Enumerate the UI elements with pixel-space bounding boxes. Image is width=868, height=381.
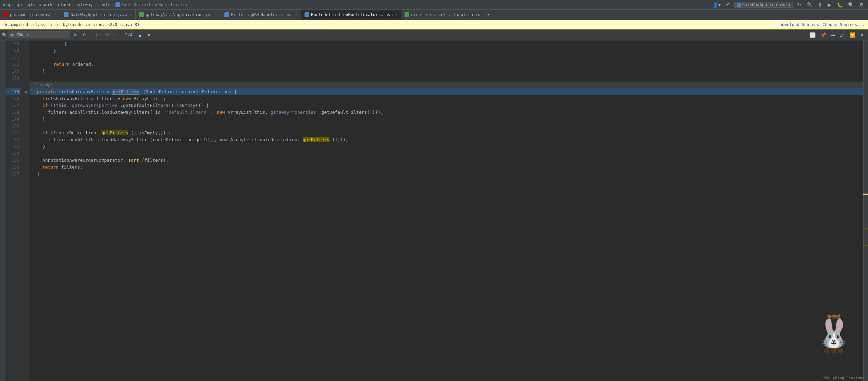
back-btn[interactable]: ↶	[725, 1, 732, 8]
code-line-185: AnnotationAwareOrderComparator. sort (fi…	[29, 157, 863, 164]
line-num-179: 179	[6, 116, 21, 123]
code-lines: } } return ordered; }	[29, 40, 863, 177]
run-config[interactable]: GateWayApplication ▾	[734, 2, 793, 8]
line-num-182: 182	[6, 136, 21, 143]
tab-gateway-app[interactable]: GateWayApplication.java ✕	[60, 10, 136, 20]
code-area: 169 170 171 172 173 174 175 176 177 178 …	[0, 40, 868, 381]
line-num-187: 187	[6, 171, 21, 177]
line-num-170: 170	[6, 47, 21, 54]
line-num-172: 172	[6, 61, 21, 68]
line-num-184: 184	[6, 150, 21, 157]
gutter-184	[23, 150, 29, 157]
search-sep2	[120, 32, 120, 38]
update-btn[interactable]: ⬆	[817, 1, 823, 8]
download-sources-link[interactable]: Download Sources	[780, 22, 819, 27]
regex-btn[interactable]: *	[112, 32, 117, 38]
plugin-btn[interactable]: 🔌	[805, 1, 814, 8]
undo-btn[interactable]: ↶	[80, 32, 88, 38]
search-everywhere-btn[interactable]: 🔍	[847, 1, 855, 8]
line-num-181: 181	[6, 130, 21, 136]
code-line-182: filters.addAll(this.loadGatewayFilters(r…	[29, 136, 863, 143]
code-line-181: if (!routeDefinition. getFilters ().isEm…	[29, 130, 863, 136]
breadcrumb-springframework[interactable]: springframework	[15, 2, 52, 7]
settings-btn[interactable]: ⚙	[858, 1, 865, 8]
tab-filtering-close[interactable]: ✕	[295, 12, 298, 17]
gutter-185	[23, 157, 29, 164]
tab-pom-label: pom.xml (gateway)	[10, 12, 52, 17]
line-num-176: 176	[6, 95, 21, 102]
search-count: 2/4	[123, 33, 135, 37]
highlight-getfilters-2: getFilters	[101, 130, 128, 135]
close-search-btn[interactable]: ✕	[858, 32, 866, 38]
tab-pom[interactable]: pom.xml (gateway) ✕	[0, 10, 60, 20]
tab-pom-close[interactable]: ✕	[54, 12, 57, 17]
debug-btn[interactable]: 🐛	[835, 1, 844, 8]
right-scrollbar[interactable]	[863, 40, 868, 381]
match-case-btn[interactable]: Cc	[94, 32, 102, 38]
breadcrumb-org[interactable]: org	[3, 2, 10, 7]
tab-more-btn[interactable]: ▾	[484, 10, 493, 20]
tab-route-locator-close[interactable]: ✕	[395, 12, 398, 17]
tab-app-yml[interactable]: gateway\...\application.yml ✕	[136, 10, 221, 20]
tab-route-locator[interactable]: RouteDefinitionRouteLocator.class ✕	[301, 10, 401, 20]
tab-gateway-app-close[interactable]: ✕	[130, 12, 132, 17]
code-content[interactable]: } } return ordered; }	[29, 40, 863, 381]
notice-text: Decompiled .class file, bytecode version…	[3, 22, 780, 27]
breadcrumb-route[interactable]: route	[98, 2, 110, 7]
code-line-180	[29, 123, 863, 130]
search-sep3	[156, 32, 156, 38]
breadcrumb-cloud[interactable]: cloud	[58, 2, 70, 7]
search-nav: ▲ ▼	[136, 32, 153, 38]
gutter-177	[23, 102, 29, 109]
tab-filtering-label: FilteringWebHandler.class	[231, 12, 293, 17]
prev-match-btn[interactable]: ▲	[136, 32, 144, 38]
gutter-175: @	[23, 88, 29, 95]
wrap-btn[interactable]: ⇌	[829, 32, 837, 38]
whole-word-btn[interactable]: W	[103, 32, 111, 38]
highlight-getfilters-1: getFilters	[112, 89, 140, 95]
line-num-171: 171	[6, 54, 21, 61]
profile-btn[interactable]: 👤▾	[711, 1, 722, 8]
line-num-173: 173	[6, 68, 21, 75]
code-line-176: List<GatewayFilter> filters = new ArrayL…	[29, 95, 863, 102]
search-input[interactable]	[9, 32, 70, 38]
code-line-177: if (!this. gatewayProperties .getDefault…	[29, 102, 863, 109]
breadcrumb-gateway[interactable]: gateway	[75, 2, 93, 7]
code-line-183: }	[29, 143, 863, 150]
line-num-175-usage	[6, 82, 21, 88]
tab-route-locator-label: RouteDefinitionRouteLocator.class	[311, 12, 393, 17]
gutter-170	[23, 47, 29, 54]
highlight-btn[interactable]: 🖊	[838, 32, 846, 38]
scroll-marker-2	[863, 228, 868, 229]
gutter-178	[23, 109, 29, 116]
tab-gateway-app-label: GateWayApplication.java	[70, 12, 127, 17]
gutter-179	[23, 116, 29, 123]
sidebar-left	[0, 40, 6, 381]
choose-sources-link[interactable]: Choose Sources...	[822, 22, 865, 27]
tab-app-yml-close[interactable]: ✕	[215, 12, 217, 17]
route-locator-icon	[305, 12, 309, 17]
expand-btn[interactable]: ⬜	[808, 32, 817, 38]
pin-btn[interactable]: 📌	[819, 32, 828, 38]
code-line-172: return ordered;	[29, 61, 863, 68]
line-num-178: 178	[6, 109, 21, 116]
highlight-getfilters-3: getFilters	[303, 137, 330, 142]
clear-search-btn[interactable]: ✕	[72, 32, 79, 38]
breadcrumb-class[interactable]: RouteDefinitionRouteLocator	[121, 2, 188, 7]
code-line-175: private List<GatewayFilter> getFilters (…	[29, 88, 863, 95]
pom-icon	[3, 12, 8, 17]
next-match-btn[interactable]: ▼	[145, 32, 153, 38]
run-btn[interactable]: ▶	[826, 1, 833, 8]
line-num-169: 169	[6, 40, 21, 47]
gutter-181	[23, 130, 29, 136]
class-icon	[115, 2, 120, 7]
line-num-185: 185	[6, 157, 21, 164]
tab-order-service[interactable]: order-service\...\applicatio	[401, 10, 484, 20]
refresh-btn[interactable]: ↻	[796, 1, 803, 8]
code-line-173: }	[29, 68, 863, 75]
run-config-label: GateWayApplication	[742, 2, 787, 7]
filter-btn[interactable]: 🔽	[848, 32, 857, 38]
filtering-icon	[224, 12, 229, 17]
tab-filtering[interactable]: FilteringWebHandler.class ✕	[221, 10, 301, 20]
notice-links: Download Sources Choose Sources...	[780, 22, 865, 27]
